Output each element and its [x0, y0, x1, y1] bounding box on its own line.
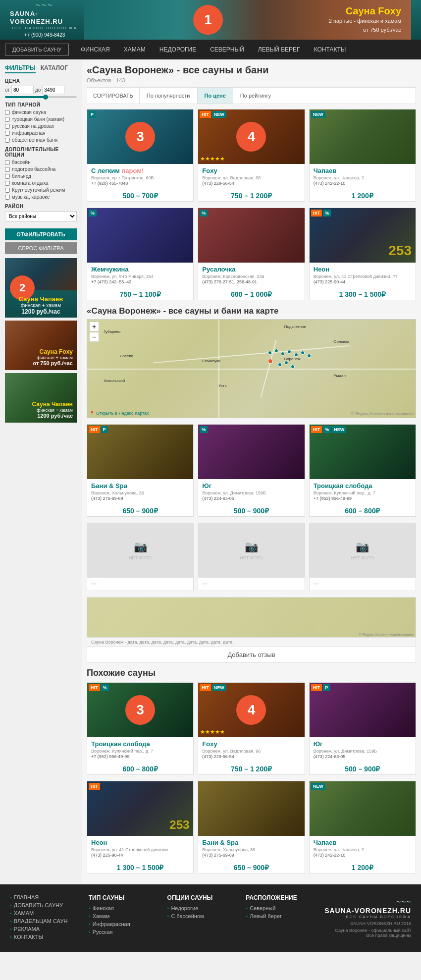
reset-filter-button[interactable]: СБРОС ФИЛЬТРА	[5, 242, 77, 254]
card-neon[interactable]: HIT % 253 Неон Воронеж, ул. 41 Стрелково…	[309, 208, 416, 300]
card-5-name[interactable]: Русалочка	[202, 266, 300, 273]
card-2-name[interactable]: Foxy	[202, 167, 300, 174]
card-7-name[interactable]: Бани & Spa	[91, 482, 189, 490]
extra-options-filter: ДОПОЛНИТЕЛЬНЫЕ ОПЦИИ бассейн подогрев ба…	[5, 147, 77, 200]
card-8-name[interactable]: Юг	[202, 482, 300, 490]
add-sauna-button[interactable]: ДОБАВИТЬ САУНУ	[5, 44, 69, 55]
similar-card-foxy[interactable]: HIT NEW ★★★★★ 4 Foxy Воронеж, ул. Вадлло…	[198, 682, 305, 775]
card-legkim-parom[interactable]: Р 3 С легким паром! Воронеж, пр-т Патрио…	[87, 109, 194, 202]
footer-link-ads[interactable]: РЕКЛАМА	[10, 926, 79, 932]
nav-left[interactable]: ЛЕВЫЙ БЕРЕГ	[251, 40, 307, 59]
footer-link-home[interactable]: ГЛАВНАЯ	[10, 894, 79, 900]
nav-north[interactable]: СЕВЕРНЫЙ	[203, 40, 251, 59]
filter-finska[interactable]: финская сауна	[5, 109, 77, 115]
filter-hamam[interactable]: турецкая баня (хамам)	[5, 116, 77, 122]
filter-pool-heat[interactable]: подогрев бассейна	[5, 166, 77, 172]
filter-infrared[interactable]: инфракрасная	[5, 130, 77, 136]
price-to-input[interactable]	[42, 86, 64, 94]
filter-pool[interactable]: бассейн	[5, 160, 77, 165]
card-3-name[interactable]: Чапаев	[314, 167, 412, 174]
nav-contacts[interactable]: КОНТАКТЫ	[307, 40, 353, 59]
similar-card-2-name[interactable]: Foxy	[202, 740, 300, 748]
map-zoom-in[interactable]: +	[89, 322, 99, 331]
similar-grid-2: HIT 253 Неон Воронеж, ул. 41 Стрелковой …	[87, 781, 416, 873]
map-copyright: © Яндекс Условия использования	[351, 411, 414, 416]
filter-public[interactable]: общественная баня	[5, 137, 77, 143]
card-empty-2[interactable]: 📷 НЕТ ФОТО —	[198, 523, 305, 591]
sort-popularity[interactable]: По популярности	[140, 88, 198, 104]
card-empty-3-info: —	[310, 578, 416, 591]
map-section-title: «Сауна Воронеж» - все сауны и бани на ка…	[87, 306, 416, 316]
similar-card-4-name[interactable]: Неон	[91, 839, 189, 846]
similar-card-3-name[interactable]: Юг	[314, 740, 412, 748]
map-open-yandex[interactable]: 📍 Открыть в Яндекс.Картах	[89, 411, 149, 416]
card-5-image: %	[198, 208, 304, 263]
card-empty-1[interactable]: 📷 НЕТ ФОТО —	[87, 523, 194, 591]
price-from-input[interactable]	[11, 86, 34, 94]
logo-text: SAUNA-VORONEZH.RU	[10, 10, 79, 25]
card-bani-spa[interactable]: HIT Р Бани & Spa Воронеж, Хольнунова, 36…	[87, 424, 194, 517]
similar-card-chapaev[interactable]: NEW Чапаев Воронеж, ул. Чапаева, 2 (473)…	[309, 781, 416, 873]
tab-filters[interactable]: ФИЛЬТРЫ	[5, 64, 36, 73]
card-chapaev[interactable]: NEW Чапаев Воронеж, ул. Чапаева, 2 (473)…	[309, 109, 416, 202]
map-label-7: Рыдан	[333, 374, 346, 378]
similar-card-troitskaya[interactable]: HIT % 3 Троицкая слобода Воронеж, Купянс…	[87, 682, 194, 775]
card-empty-3[interactable]: 📷 НЕТ ФОТО —	[309, 523, 416, 591]
filter-russian[interactable]: русская на дровах	[5, 123, 77, 129]
footer-link-owners[interactable]: ВЛАДЕЛЬЦАМ САУН	[10, 918, 79, 924]
similar-card-5-name[interactable]: Бани & Spa	[202, 839, 300, 846]
similar-card-yug[interactable]: HIT Р Юг Воронеж, ул. Димитрова, 159Б (4…	[309, 682, 416, 775]
footer-link-contacts[interactable]: КОНТАКТЫ	[10, 934, 79, 940]
card-4-name[interactable]: Жемчужина	[91, 266, 189, 273]
sidebar-ad-3[interactable]: Сауна Чапаев финская + хамам 1200 руб./ч…	[5, 373, 77, 423]
nav-cheap[interactable]: НЕДОРОГИЕ	[153, 40, 203, 59]
map-zoom-out[interactable]: −	[89, 332, 99, 342]
card-9-name[interactable]: Троицкая слобода	[314, 482, 412, 490]
filter-music[interactable]: музыка, караоке	[5, 194, 77, 200]
region-select[interactable]: Все районы	[5, 211, 77, 221]
card-1-name[interactable]: С легким паром!	[91, 167, 189, 174]
sidebar-ad-2[interactable]: Сауна Foxy финская + хамам от 750 руб./ч…	[5, 321, 77, 370]
card-zhemchuzhina[interactable]: % Жемчужина Воронеж, ул. 9-го Января, 25…	[87, 208, 194, 300]
card-2-addr: Воронеж, ул. Вадлловая, 96	[202, 175, 300, 180]
filter-button[interactable]: ОТФИЛЬТРОВАТЬ	[5, 228, 77, 240]
range-slider[interactable]	[5, 96, 77, 98]
footer-link-hamam2[interactable]: Хамам	[89, 913, 158, 919]
map-container[interactable]: Губарево Подклетное Орловка Лосево Семил…	[87, 319, 416, 418]
footer-link-finska[interactable]: Финская	[89, 905, 158, 911]
similar-card-5-info: Бани & Spa Воронеж, Хольнунова, 36 (473)…	[198, 836, 304, 862]
footer-link-north[interactable]: Северный	[246, 905, 315, 911]
footer-link-cheap[interactable]: Недорогие	[167, 905, 236, 911]
camera-icon-2: 📷	[245, 541, 258, 553]
footer-link-add[interactable]: ДОБАВИТЬ САУНУ	[10, 902, 79, 908]
card-troitskaya[interactable]: HIT % NEW Троицкая слобода Воронеж, Купя…	[309, 424, 416, 517]
card-8-price: 500 – 900₽	[198, 505, 304, 516]
footer-link-russian[interactable]: Русская	[89, 929, 158, 935]
sidebar-ad-1[interactable]: 2 Сауна Чапаев финская + хамам 1200 руб.…	[5, 258, 77, 318]
footer-logo-wave: 〜〜〜	[396, 899, 411, 906]
filter-rest-room[interactable]: комната отдыха	[5, 180, 77, 186]
footer-link-leftbank[interactable]: Левый берег	[246, 913, 315, 919]
card-rusalochka[interactable]: % Русалочка Воронеж, Краснодонская, 23а …	[198, 208, 305, 300]
footer-link-infrared[interactable]: Инфракрасная	[89, 921, 158, 927]
footer-link-hamam[interactable]: ХАМАМ	[10, 910, 79, 916]
similar-card-1-name[interactable]: Троицкая слобода	[91, 740, 189, 748]
card-yug[interactable]: % Юг Воронеж, ул. Димитрова, 159Б (473) …	[198, 424, 305, 517]
nav-finska[interactable]: ФИНСКАЯ	[74, 40, 117, 59]
similar-card-bani-spa[interactable]: Бани & Spa Воронеж, Хольнунова, 36 (473)…	[198, 781, 305, 873]
tab-catalog[interactable]: КАТАЛОГ	[41, 64, 68, 73]
filter-24h[interactable]: Круглосуточный режим	[5, 187, 77, 193]
similar-card-6-name[interactable]: Чапаев	[314, 839, 412, 846]
card-foxy[interactable]: HIT NEW ★★★★★ 4 Foxy Воронеж, ул. Вадлло…	[198, 109, 305, 202]
footer-link-pool[interactable]: С бассейном	[167, 913, 236, 919]
sort-rating[interactable]: По рейтингу	[233, 88, 278, 104]
filter-billiard[interactable]: бильярд	[5, 173, 77, 179]
banner-number: 1	[193, 5, 223, 35]
card-6-name[interactable]: Неон	[314, 266, 412, 273]
mini-map-copyright: © Яндекс Условия использования	[359, 633, 414, 636]
similar-card-neon[interactable]: HIT 253 Неон Воронеж, ул. 41 Стрелковой …	[87, 781, 194, 873]
similar-card-6-image: NEW	[310, 781, 416, 836]
nav-hamam[interactable]: ХАМАМ	[117, 40, 153, 59]
add-review-button[interactable]: Добавить отзыв	[87, 647, 416, 662]
sort-price[interactable]: По цене	[198, 88, 233, 104]
